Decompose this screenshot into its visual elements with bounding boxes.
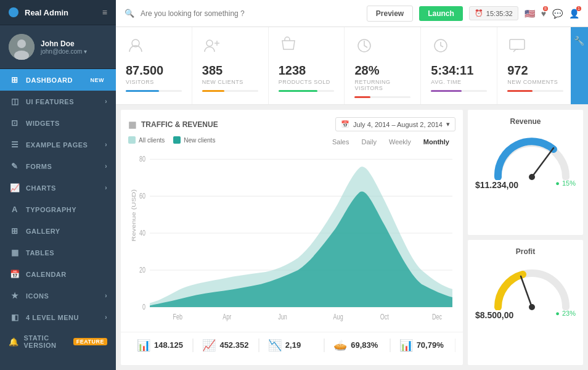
new-clients-value: 385 (202, 64, 258, 78)
avg-time-value: 5:34:11 (431, 64, 487, 78)
chart-area: Revenue (USD) 80 60 40 20 0 (128, 151, 455, 332)
preview-button[interactable]: Preview (367, 6, 413, 22)
gallery-icon: ⊞ (9, 226, 21, 236)
sidebar-item-label: CALENDAR (26, 271, 67, 278)
menu-icon[interactable]: ≡ (102, 7, 107, 17)
sidebar-item-4level[interactable]: ◧ 4 LEVEL MENU › (0, 306, 116, 328)
legend-all-dot (128, 136, 136, 144)
legend-new-dot (173, 136, 181, 144)
sidebar-item-static[interactable]: 🔔 STATIC VERSION FEATURE (0, 328, 116, 355)
user-email: john@doe.com ▾ (41, 48, 107, 55)
bottom-value-3: 2,19 (285, 340, 301, 350)
legend-all-clients: All clients (128, 136, 165, 144)
sidebar-item-widgets[interactable]: ⊡ WIDGETS (0, 112, 116, 134)
visitors-bar (126, 90, 182, 92)
search-input[interactable] (141, 9, 361, 18)
sidebar: Real Admin ≡ John Doe john@doe.com ▾ ⊞ D… (0, 0, 116, 370)
sidebar-header: Real Admin ≡ (0, 0, 116, 25)
returning-bar-fill (354, 96, 370, 98)
bottom-value-2: 452.352 (219, 340, 248, 350)
bottom-value-4: 69,83% (351, 340, 378, 350)
bottom-icon-5: 📊 (399, 339, 413, 352)
user-wrapper: 👤 1 (569, 8, 579, 19)
sidebar-item-dashboard[interactable]: ⊞ DASHBOARD NEW (0, 69, 116, 91)
date-range-picker[interactable]: 📅 July 4, 2014 – August 2, 2014 ▾ (335, 117, 455, 131)
traffic-chart-svg: Revenue (USD) 80 60 40 20 0 (128, 151, 455, 332)
sidebar-item-label: 4 LEVEL MENU (26, 314, 79, 321)
arrow-icon: › (105, 184, 107, 191)
user-badge: 1 (576, 6, 581, 11)
profit-percent-icon: ● (555, 310, 560, 317)
comments-label: NEW COMMENTS (507, 79, 563, 85)
tables-icon: ▦ (9, 248, 21, 257)
avg-time-bar-fill (431, 90, 462, 92)
visitors-bar-fill (126, 90, 159, 92)
calendar-icon: 📅 (9, 269, 21, 279)
dropdown-arrow[interactable]: ▾ (84, 48, 87, 55)
arrow-icon: › (105, 98, 107, 105)
flag-wrapper: 🇺🇸 (525, 8, 535, 19)
svg-text:0: 0 (142, 303, 145, 311)
user-section: John Doe john@doe.com ▾ (0, 25, 116, 69)
feature-badge: FEATURE (73, 338, 107, 345)
sidebar-item-label: GALLERY (26, 228, 60, 235)
chat-icon[interactable]: 💬 (552, 9, 563, 18)
avg-time-label: AVG. TIME (431, 79, 487, 85)
svg-text:60: 60 (139, 192, 145, 200)
bottom-icon-4: 🥧 (333, 339, 347, 352)
sidebar-item-ui-features[interactable]: ◫ UI FEATURES › (0, 91, 116, 112)
avatar (9, 34, 35, 60)
tab-weekly[interactable]: Weekly (383, 136, 417, 147)
returning-bar (354, 96, 410, 98)
tab-daily[interactable]: Daily (356, 136, 383, 147)
svg-text:80: 80 (139, 155, 145, 163)
icons-icon: ★ (9, 291, 21, 300)
typography-icon: A (9, 205, 21, 214)
tab-monthly[interactable]: Monthly (417, 136, 455, 147)
visitors-label: VISITORS (126, 79, 182, 85)
svg-text:40: 40 (139, 229, 145, 237)
svg-line-27 (532, 148, 553, 177)
launch-button[interactable]: Launch (419, 6, 463, 21)
sidebar-item-label: TYPOGRAPHY (26, 206, 76, 213)
returning-icon (354, 36, 410, 60)
svg-text:Jun: Jun (278, 313, 287, 321)
sidebar-item-calendar[interactable]: 📅 CALENDAR (0, 263, 116, 285)
comments-bar (507, 90, 563, 92)
sidebar-item-tables[interactable]: ▦ TABLES (0, 242, 116, 263)
dashboard-icon: ⊞ (9, 75, 21, 84)
time-value: 15:35:32 (486, 10, 513, 17)
chart-section: ▦ TRAFFIC & REVENUE 📅 July 4, 2014 – Aug… (121, 110, 463, 365)
user-name: John Doe (41, 39, 107, 48)
stat-returning: 28% RETURNING VISITORS (345, 27, 421, 104)
tab-sales[interactable]: Sales (326, 136, 356, 147)
sidebar-item-example-pages[interactable]: ☰ EXAMPLE PAGES › (0, 134, 116, 155)
sidebar-item-charts[interactable]: 📈 CHARTS › (0, 177, 116, 199)
revenue-percent: ● 15% (555, 179, 576, 187)
user-info: John Doe john@doe.com ▾ (41, 39, 107, 55)
avg-time-bar (431, 90, 487, 92)
wrench-panel[interactable]: 🔧 (571, 27, 588, 104)
sidebar-item-forms[interactable]: ✎ FORMS › (0, 155, 116, 177)
products-icon (279, 36, 335, 60)
calendar-small-icon: 📅 (341, 120, 349, 128)
sidebar-item-gallery[interactable]: ⊞ GALLERY (0, 220, 116, 242)
legend-new-clients: New clients (173, 136, 215, 144)
sidebar-item-icons[interactable]: ★ ICONS › (0, 285, 116, 306)
stat-visitors: 87.500 VISITORS (116, 27, 192, 104)
bar-chart-icon: ▦ (128, 120, 136, 130)
sidebar-item-label: EXAMPLE PAGES (26, 141, 88, 149)
dropdown-icon: ▾ (446, 120, 450, 128)
bottom-stat-3: 📉 2,19 (259, 339, 324, 352)
returning-value: 28% (354, 64, 410, 78)
comments-icon (507, 36, 563, 60)
avg-time-icon (431, 36, 487, 60)
search-icon: 🔍 (125, 9, 134, 18)
products-bar-fill (279, 90, 318, 92)
bottom-stat-1: 📊 148.125 (128, 339, 193, 352)
clock-icon: ⏰ (475, 9, 483, 17)
flag-icon[interactable]: 🇺🇸 (525, 9, 535, 18)
products-label: PRODUCTS SOLD (279, 79, 335, 85)
profit-gauge (489, 261, 563, 304)
sidebar-item-typography[interactable]: A TYPOGRAPHY (0, 199, 116, 220)
